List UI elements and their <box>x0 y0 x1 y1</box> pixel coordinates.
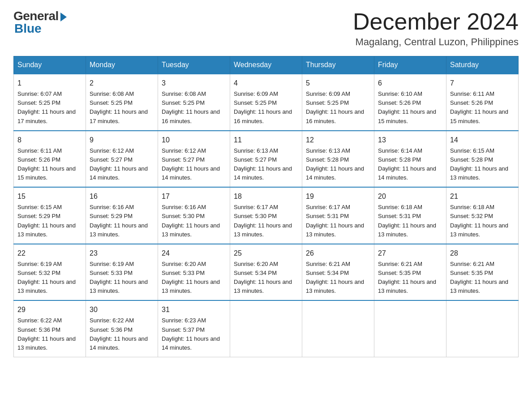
table-row <box>446 300 519 357</box>
day-info: Sunrise: 6:22 AMSunset: 5:36 PMDaylight:… <box>17 316 82 352</box>
header-friday: Friday <box>374 56 446 74</box>
day-number: 23 <box>90 248 154 259</box>
day-info: Sunrise: 6:19 AMSunset: 5:32 PMDaylight:… <box>17 260 82 296</box>
day-number: 14 <box>450 135 515 146</box>
week-row-2: 8Sunrise: 6:11 AMSunset: 5:26 PMDaylight… <box>14 131 519 188</box>
location-title: Magalang, Central Luzon, Philippines <box>353 36 519 48</box>
week-row-4: 22Sunrise: 6:19 AMSunset: 5:32 PMDayligh… <box>14 244 519 301</box>
table-row: 21Sunrise: 6:18 AMSunset: 5:32 PMDayligh… <box>446 187 519 244</box>
day-number: 24 <box>162 248 226 259</box>
table-row: 26Sunrise: 6:21 AMSunset: 5:34 PMDayligh… <box>302 244 374 301</box>
day-number: 12 <box>306 135 370 146</box>
table-row <box>230 300 302 357</box>
day-number: 20 <box>378 191 442 202</box>
table-row <box>302 300 374 357</box>
table-row: 22Sunrise: 6:19 AMSunset: 5:32 PMDayligh… <box>14 244 86 301</box>
day-number: 3 <box>162 78 226 89</box>
table-row: 12Sunrise: 6:13 AMSunset: 5:28 PMDayligh… <box>302 131 374 188</box>
day-number: 19 <box>306 191 370 202</box>
day-number: 29 <box>17 304 82 315</box>
table-row: 13Sunrise: 6:14 AMSunset: 5:28 PMDayligh… <box>374 131 446 188</box>
day-number: 27 <box>378 248 442 259</box>
day-info: Sunrise: 6:10 AMSunset: 5:26 PMDaylight:… <box>378 90 442 126</box>
table-row: 4Sunrise: 6:09 AMSunset: 5:25 PMDaylight… <box>230 74 302 131</box>
day-info: Sunrise: 6:21 AMSunset: 5:34 PMDaylight:… <box>306 260 370 296</box>
table-row: 25Sunrise: 6:20 AMSunset: 5:34 PMDayligh… <box>230 244 302 301</box>
day-number: 30 <box>90 304 154 315</box>
day-info: Sunrise: 6:21 AMSunset: 5:35 PMDaylight:… <box>450 260 515 296</box>
day-number: 16 <box>90 191 154 202</box>
day-info: Sunrise: 6:17 AMSunset: 5:31 PMDaylight:… <box>306 203 370 239</box>
table-row: 27Sunrise: 6:21 AMSunset: 5:35 PMDayligh… <box>374 244 446 301</box>
logo: General Blue <box>13 9 67 36</box>
day-info: Sunrise: 6:08 AMSunset: 5:25 PMDaylight:… <box>162 90 226 126</box>
day-number: 4 <box>234 78 298 89</box>
day-number: 26 <box>306 248 370 259</box>
week-row-5: 29Sunrise: 6:22 AMSunset: 5:36 PMDayligh… <box>14 300 519 357</box>
day-number: 9 <box>90 135 154 146</box>
day-info: Sunrise: 6:12 AMSunset: 5:27 PMDaylight:… <box>90 146 154 183</box>
header-monday: Monday <box>86 56 158 74</box>
day-number: 6 <box>378 78 442 89</box>
table-row: 24Sunrise: 6:20 AMSunset: 5:33 PMDayligh… <box>158 244 230 301</box>
day-info: Sunrise: 6:16 AMSunset: 5:30 PMDaylight:… <box>162 203 226 239</box>
day-info: Sunrise: 6:20 AMSunset: 5:34 PMDaylight:… <box>234 260 298 296</box>
day-number: 5 <box>306 78 370 89</box>
table-row: 23Sunrise: 6:19 AMSunset: 5:33 PMDayligh… <box>86 244 158 301</box>
day-info: Sunrise: 6:18 AMSunset: 5:31 PMDaylight:… <box>378 203 442 239</box>
header-wednesday: Wednesday <box>230 56 302 74</box>
logo-blue-text: Blue <box>14 21 42 36</box>
table-row: 5Sunrise: 6:09 AMSunset: 5:25 PMDaylight… <box>302 74 374 131</box>
day-number: 7 <box>450 78 515 89</box>
day-info: Sunrise: 6:15 AMSunset: 5:28 PMDaylight:… <box>450 146 515 183</box>
table-row: 29Sunrise: 6:22 AMSunset: 5:36 PMDayligh… <box>14 300 86 357</box>
day-number: 25 <box>234 248 298 259</box>
day-number: 2 <box>90 78 154 89</box>
day-number: 10 <box>162 135 226 146</box>
day-info: Sunrise: 6:13 AMSunset: 5:28 PMDaylight:… <box>306 146 370 183</box>
day-info: Sunrise: 6:19 AMSunset: 5:33 PMDaylight:… <box>90 260 154 296</box>
table-row: 7Sunrise: 6:11 AMSunset: 5:26 PMDaylight… <box>446 74 519 131</box>
table-row: 3Sunrise: 6:08 AMSunset: 5:25 PMDaylight… <box>158 74 230 131</box>
day-number: 28 <box>450 248 515 259</box>
table-row: 14Sunrise: 6:15 AMSunset: 5:28 PMDayligh… <box>446 131 519 188</box>
day-number: 22 <box>17 248 82 259</box>
header-sunday: Sunday <box>14 56 86 74</box>
table-row: 31Sunrise: 6:23 AMSunset: 5:37 PMDayligh… <box>158 300 230 357</box>
day-info: Sunrise: 6:15 AMSunset: 5:29 PMDaylight:… <box>17 203 82 239</box>
table-row: 16Sunrise: 6:16 AMSunset: 5:29 PMDayligh… <box>86 187 158 244</box>
table-row: 10Sunrise: 6:12 AMSunset: 5:27 PMDayligh… <box>158 131 230 188</box>
calendar-table: SundayMondayTuesdayWednesdayThursdayFrid… <box>13 56 519 357</box>
day-info: Sunrise: 6:18 AMSunset: 5:32 PMDaylight:… <box>450 203 515 239</box>
header-thursday: Thursday <box>302 56 374 74</box>
table-row: 20Sunrise: 6:18 AMSunset: 5:31 PMDayligh… <box>374 187 446 244</box>
page-header: General Blue December 2024 Magalang, Cen… <box>13 9 519 48</box>
month-title: December 2024 <box>353 9 519 34</box>
logo-arrow-icon <box>60 13 67 21</box>
day-info: Sunrise: 6:22 AMSunset: 5:36 PMDaylight:… <box>90 316 154 352</box>
table-row: 2Sunrise: 6:08 AMSunset: 5:25 PMDaylight… <box>86 74 158 131</box>
week-row-3: 15Sunrise: 6:15 AMSunset: 5:29 PMDayligh… <box>14 187 519 244</box>
day-number: 13 <box>378 135 442 146</box>
day-number: 18 <box>234 191 298 202</box>
day-number: 8 <box>17 135 82 146</box>
day-info: Sunrise: 6:09 AMSunset: 5:25 PMDaylight:… <box>306 90 370 126</box>
day-info: Sunrise: 6:23 AMSunset: 5:37 PMDaylight:… <box>162 316 226 352</box>
calendar-header-row: SundayMondayTuesdayWednesdayThursdayFrid… <box>14 56 519 74</box>
table-row: 6Sunrise: 6:10 AMSunset: 5:26 PMDaylight… <box>374 74 446 131</box>
day-info: Sunrise: 6:11 AMSunset: 5:26 PMDaylight:… <box>450 90 515 126</box>
day-info: Sunrise: 6:08 AMSunset: 5:25 PMDaylight:… <box>90 90 154 126</box>
day-info: Sunrise: 6:20 AMSunset: 5:33 PMDaylight:… <box>162 260 226 296</box>
header-saturday: Saturday <box>446 56 519 74</box>
week-row-1: 1Sunrise: 6:07 AMSunset: 5:25 PMDaylight… <box>14 74 519 131</box>
day-info: Sunrise: 6:12 AMSunset: 5:27 PMDaylight:… <box>162 146 226 183</box>
table-row: 8Sunrise: 6:11 AMSunset: 5:26 PMDaylight… <box>14 131 86 188</box>
day-number: 21 <box>450 191 515 202</box>
table-row: 17Sunrise: 6:16 AMSunset: 5:30 PMDayligh… <box>158 187 230 244</box>
day-info: Sunrise: 6:17 AMSunset: 5:30 PMDaylight:… <box>234 203 298 239</box>
header-tuesday: Tuesday <box>158 56 230 74</box>
day-number: 11 <box>234 135 298 146</box>
day-info: Sunrise: 6:13 AMSunset: 5:27 PMDaylight:… <box>234 146 298 183</box>
day-info: Sunrise: 6:16 AMSunset: 5:29 PMDaylight:… <box>90 203 154 239</box>
table-row: 9Sunrise: 6:12 AMSunset: 5:27 PMDaylight… <box>86 131 158 188</box>
